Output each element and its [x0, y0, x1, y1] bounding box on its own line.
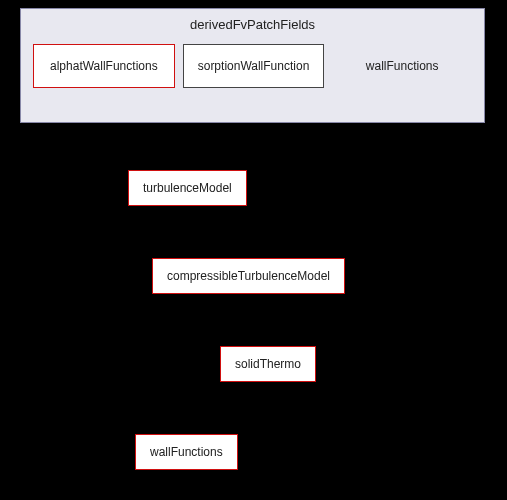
svg-line-4	[268, 110, 272, 346]
container-title[interactable]: derivedFvPatchFields	[33, 17, 472, 32]
dep-solidThermo[interactable]: solidThermo	[220, 346, 316, 382]
node-sorptionWallFunction[interactable]: sorptionWallFunction	[183, 44, 325, 88]
dep-turbulenceModel[interactable]: turbulenceModel	[128, 170, 247, 206]
dep-compressibleTurbulenceModel[interactable]: compressibleTurbulenceModel	[152, 258, 345, 294]
node-wallFunctions-label: wallFunctions	[332, 45, 472, 87]
container-derivedFvPatchFields[interactable]: derivedFvPatchFields alphatWallFunctions…	[20, 8, 485, 123]
container-children: alphatWallFunctions sorptionWallFunction…	[33, 44, 472, 88]
svg-line-3	[258, 110, 266, 258]
dep-wallFunctions[interactable]: wallFunctions	[135, 434, 238, 470]
node-alphatWallFunctions[interactable]: alphatWallFunctions	[33, 44, 175, 88]
